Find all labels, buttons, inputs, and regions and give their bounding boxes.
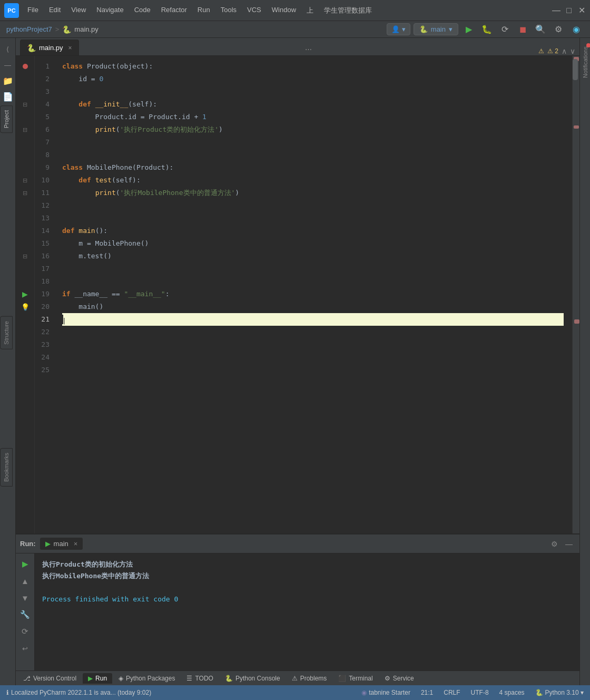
menu-title[interactable]: 学生管理数据库	[320, 4, 376, 17]
fold-icon-10[interactable]: ⊟	[23, 177, 27, 184]
tabnine-status[interactable]: ◉ tabnine Starter	[359, 688, 412, 697]
tab-todo[interactable]: ☰ TODO	[181, 673, 218, 684]
project-panel-tab[interactable]: Project	[0, 105, 13, 133]
code-editor[interactable]: ⊟ ⊟ ⊟	[16, 56, 579, 533]
structure-tab-label[interactable]: Structure	[0, 316, 13, 349]
fold-icon-6[interactable]: ⊟	[23, 127, 27, 133]
bulb-icon[interactable]: 💡	[21, 303, 30, 311]
encoding[interactable]: UTF-8	[469, 688, 491, 697]
menu-vcs[interactable]: VCS	[243, 4, 266, 17]
run-wrench-button[interactable]: 🔧	[18, 607, 33, 622]
stop-button[interactable]: ◼	[515, 22, 530, 37]
breakpoint-icon[interactable]	[23, 64, 28, 69]
tab-service[interactable]: ⚙ Service	[379, 673, 419, 684]
menu-window[interactable]: Window	[268, 4, 300, 17]
file-link[interactable]: main.py	[74, 25, 99, 33]
run-tab-icon: ▶	[45, 540, 51, 548]
right-sidebar: Notifications	[579, 38, 590, 685]
warning-next-button[interactable]: ∨	[570, 47, 575, 55]
bookmarks-tab-label[interactable]: Bookmarks	[0, 448, 13, 487]
code-line-7	[62, 136, 564, 149]
menu-view[interactable]: View	[67, 4, 90, 17]
menu-refactor[interactable]: Refactor	[157, 4, 191, 17]
status-info[interactable]: ℹ Localized PyCharm 2022.1.1 is ava... (…	[4, 688, 153, 697]
main-py-tab[interactable]: 🐍 main.py ×	[20, 40, 79, 55]
run-panel: Run: ▶ main × ⚙ — ▶ ▲ ▼ 🔧	[16, 533, 579, 670]
run-line-icon[interactable]: ▶	[22, 290, 28, 298]
dunder-name: __name__	[74, 288, 107, 300]
settings-button[interactable]: ⚙	[551, 22, 566, 37]
bottom-tabs: ⎇ Version Control ▶ Run ◈ Python Package…	[16, 670, 579, 685]
editor-toolbar-right: ⚠ ⚠ 2 ∧ ∨	[538, 47, 579, 55]
line-sep-text: CRLF	[444, 689, 460, 696]
run-button[interactable]: ▶	[461, 22, 476, 37]
tab-close-button[interactable]: ×	[68, 44, 72, 52]
close-button[interactable]: ✕	[577, 6, 586, 15]
user-icon-button[interactable]: 👤 ▾	[387, 23, 410, 35]
run-minimize-button[interactable]: —	[563, 538, 575, 550]
project-tab-label[interactable]: Project	[0, 105, 13, 133]
fn-print-6: print	[95, 123, 116, 136]
scroll-thumb[interactable]	[573, 59, 578, 80]
indent-4a	[62, 98, 78, 111]
run-scroll-down-button[interactable]: ▼	[18, 590, 33, 605]
sidebar-extra-icon[interactable]: 📄	[1, 90, 15, 103]
tab-problems[interactable]: ⚠ Problems	[287, 673, 332, 684]
pycharm-icon-button[interactable]: ◉	[569, 22, 584, 37]
punct-9b: ):	[165, 161, 174, 174]
code-line-20: main()	[62, 300, 564, 313]
output-line-2: 执行MobilePhone类中的普通方法	[42, 570, 572, 582]
sidebar-collapse-button[interactable]: ⟨	[1, 42, 15, 56]
fold-icon-16[interactable]: ⊟	[23, 253, 27, 260]
menu-up[interactable]: 上	[302, 4, 318, 17]
punct-2: ):	[145, 60, 153, 73]
run-rerun-button[interactable]: ⟳	[18, 624, 33, 639]
code-line-21[interactable]: |	[62, 313, 564, 326]
tab-python-packages[interactable]: ◈ Python Packages	[113, 673, 180, 684]
tab-python-console[interactable]: 🐍 Python Console	[220, 673, 286, 684]
warning-prev-button[interactable]: ∧	[562, 47, 567, 55]
run-config-name: main	[431, 25, 446, 33]
menu-tools[interactable]: Tools	[217, 4, 241, 17]
maximize-button[interactable]: □	[565, 6, 573, 15]
fold-icon-4[interactable]: ⊟	[23, 101, 27, 108]
editor-scrollbar[interactable]	[572, 56, 579, 533]
run-label-tab: Run	[95, 675, 107, 682]
menu-code[interactable]: Code	[130, 4, 155, 17]
run-config-arrow: ▾	[449, 25, 453, 33]
code-line-8	[62, 149, 564, 161]
run-tab-main[interactable]: ▶ main ×	[40, 538, 83, 550]
run-tab-close[interactable]: ×	[74, 540, 78, 548]
line-separator[interactable]: CRLF	[441, 688, 462, 697]
gutter-line-20: 💡	[21, 300, 30, 313]
minimize-button[interactable]: —	[552, 6, 560, 15]
encoding-text: UTF-8	[471, 689, 489, 696]
notifications-button[interactable]: Notifications	[581, 42, 589, 84]
punct-10a: (	[112, 174, 116, 187]
structure-panel-tab[interactable]: Structure	[0, 316, 13, 349]
search-button[interactable]: 🔍	[533, 22, 548, 37]
tab-run[interactable]: ▶ Run	[83, 673, 112, 684]
tab-version-control[interactable]: ⎇ Version Control	[18, 673, 82, 684]
code-content[interactable]: class Product(object): id = 0 def __init…	[54, 56, 572, 533]
fold-icon-11[interactable]: ⊟	[23, 190, 27, 197]
menu-navigate[interactable]: Navigate	[92, 4, 127, 17]
cursor-position[interactable]: 21:1	[419, 688, 435, 697]
run-scroll-up-button[interactable]: ▲	[18, 573, 33, 588]
run-play-button[interactable]: ▶	[18, 557, 33, 571]
run-config-dropdown[interactable]: 🐍 main ▾	[414, 23, 458, 35]
run-soft-wrap-button[interactable]: ↩	[18, 641, 33, 656]
menu-run[interactable]: Run	[193, 4, 214, 17]
menu-file[interactable]: File	[23, 4, 43, 17]
run-settings-button[interactable]: ⚙	[548, 538, 560, 550]
tab-more-button[interactable]: ⋯	[301, 43, 316, 55]
project-link[interactable]: pythonProject7	[6, 25, 52, 33]
menu-edit[interactable]: Edit	[45, 4, 65, 17]
tab-terminal[interactable]: ⬛ Terminal	[333, 673, 378, 684]
python-version[interactable]: 🐍 Python 3.10 ▾	[533, 688, 586, 697]
indent[interactable]: 4 spaces	[497, 688, 527, 697]
coverage-button[interactable]: ⟳	[497, 22, 512, 37]
debug-button[interactable]: 🐛	[479, 22, 494, 37]
bookmarks-panel-tab[interactable]: Bookmarks	[0, 448, 13, 487]
sidebar-project-icon[interactable]: 📁	[1, 74, 15, 88]
